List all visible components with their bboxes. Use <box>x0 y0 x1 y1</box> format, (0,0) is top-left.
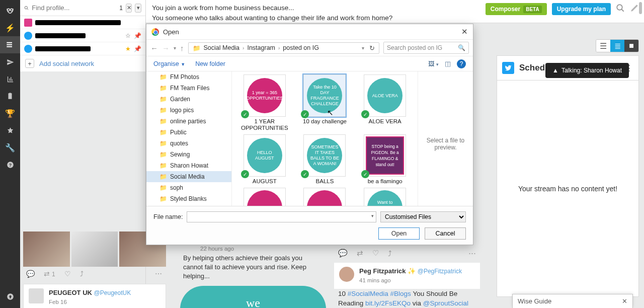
post-image[interactable]: we <box>180 286 326 308</box>
tree-item[interactable]: 📁soph <box>146 182 231 193</box>
kebab-icon[interactable]: ⋯ <box>155 270 162 278</box>
new-folder-button[interactable]: New folder <box>195 60 225 67</box>
star-icon[interactable]: ★ <box>125 45 131 52</box>
share-icon[interactable]: ⤴ <box>388 249 392 258</box>
tree-item[interactable]: 📁logo pics <box>146 105 231 116</box>
tree-item[interactable]: 📁Tarot <box>146 204 231 206</box>
preview-pane-icon[interactable]: ◫ <box>445 60 451 67</box>
file-item[interactable]: ALOE VERA✓ALOE VERA <box>355 74 415 131</box>
file-item[interactable]: SOMETIMES IT TAKES BALLS TO BE A WOMAN!✓… <box>295 134 355 185</box>
streams-icon[interactable] <box>0 36 20 53</box>
tweet[interactable]: PEUGEOT UK @PeugeotUK Feb 16 <box>23 284 166 308</box>
profile-row[interactable] <box>20 16 145 29</box>
close-icon[interactable]: ✕ <box>461 27 468 36</box>
star-icon[interactable]: ☆ <box>125 32 131 39</box>
profile-row[interactable]: ★ 📌 <box>20 42 145 55</box>
pen-icon[interactable] <box>630 4 639 15</box>
apps-icon[interactable] <box>0 122 20 139</box>
reply-icon[interactable]: 💬 <box>338 249 348 258</box>
like-icon[interactable]: ♡ <box>64 270 71 278</box>
view-compact-icon[interactable]: ≣ <box>610 40 624 52</box>
search-icon[interactable] <box>616 4 625 15</box>
filename-input[interactable] <box>187 211 376 222</box>
reply-icon[interactable]: 💬 <box>26 270 35 278</box>
filetype-select[interactable]: Customised Files <box>380 211 466 222</box>
contests-icon[interactable]: 🏆 <box>0 105 20 122</box>
like-icon[interactable]: ♡ <box>372 249 379 258</box>
zap-icon[interactable]: ⚡ <box>0 19 20 36</box>
tree-item[interactable]: 📁online parties <box>146 116 231 127</box>
view-list-icon[interactable]: ☰ <box>596 40 610 52</box>
chevron-down-icon[interactable]: ▾ <box>362 45 364 51</box>
dialog-help-icon[interactable]: ? <box>457 59 466 68</box>
back-icon[interactable]: ← <box>150 44 158 52</box>
breadcrumb[interactable]: 📁 Social Media › Instagram › posted on I… <box>188 42 380 54</box>
scrollbar[interactable] <box>639 2 642 14</box>
add-social-network[interactable]: + Add social network <box>20 55 145 71</box>
view-dark-icon[interactable]: ■ <box>624 40 638 52</box>
post-images[interactable] <box>23 232 166 267</box>
folder-icon: 📁 <box>159 162 167 169</box>
chevron-down-icon[interactable]: ▾ <box>371 213 374 218</box>
tree-item[interactable]: 📁Styled Blanks <box>146 193 231 204</box>
refresh-icon[interactable]: ↻ <box>369 44 375 52</box>
publisher-icon[interactable] <box>0 53 20 70</box>
hashtag[interactable]: #SocialMedia <box>348 290 388 297</box>
dialog-search[interactable]: Search posted on IG 🔍 <box>383 42 469 54</box>
chevron-down-icon[interactable]: ▾ <box>135 4 141 13</box>
tree-item[interactable]: 📁Social Media <box>146 171 231 182</box>
talking-notification[interactable]: ▲ Talking: Sharon Howat <box>545 63 629 78</box>
organise-menu[interactable]: Organise ▼ <box>153 60 185 67</box>
kebab-icon[interactable]: ⋯ <box>468 249 476 258</box>
tree-item[interactable]: 📁FM Team Files <box>146 83 231 94</box>
close-icon[interactable]: ✕ <box>622 297 627 305</box>
file-item[interactable]: Be a Flamingo <box>235 188 294 206</box>
tree-item[interactable]: 📁Public <box>146 127 231 138</box>
file-item[interactable]: 1 year = 365 OPPORTUNITIES✓1 YEAR OPPORT… <box>235 74 294 131</box>
file-item[interactable]: Want to connect & be friends? <box>355 188 415 206</box>
tree-item[interactable]: 📁Sewing <box>146 149 231 160</box>
file-item[interactable]: Take the 10 DAY FRAGRANCE CHALLENGE✓↖10 … <box>295 74 355 131</box>
profile-search-input[interactable] <box>32 4 116 12</box>
under-content-col2: 22 hours ago By helping others achieve t… <box>180 246 326 308</box>
tree-item[interactable]: 📁Garden <box>146 94 231 105</box>
profile-row[interactable]: ☆ 📌 <box>20 29 145 42</box>
assignments-icon[interactable] <box>0 88 20 105</box>
breadcrumb-item[interactable]: Instagram <box>247 44 275 51</box>
tools-icon[interactable]: 🔧 <box>0 139 20 156</box>
share-icon[interactable]: ⤴ <box>80 270 84 278</box>
pin-icon[interactable]: 📌 <box>134 32 141 39</box>
view-icon[interactable]: 🖼 ▾ <box>428 60 439 67</box>
pin-icon[interactable]: 📌 <box>134 45 141 52</box>
composer-button[interactable]: Composer BETA <box>486 3 547 15</box>
retweet-icon[interactable]: ⇄ <box>357 249 363 258</box>
caret-up-icon: ▲ <box>552 67 558 74</box>
folder-tree[interactable]: 📁FM Photos📁FM Team Files📁Garden📁logo pic… <box>146 71 232 206</box>
tree-item[interactable]: 📁quotes <box>146 138 231 149</box>
owl-logo-icon[interactable] <box>0 2 20 19</box>
open-button[interactable]: Open <box>378 227 420 240</box>
file-item[interactable]: HELLO AUGUST✓AUGUST <box>235 134 294 185</box>
breadcrumb-item[interactable]: posted on IG <box>283 44 319 51</box>
tree-item[interactable]: 📁FM Photos <box>146 71 231 83</box>
retweet-icon[interactable]: ⇄ 1 <box>44 270 55 278</box>
clear-button[interactable]: ✕ <box>126 4 132 13</box>
mention[interactable]: @SproutSocial <box>423 299 468 307</box>
link[interactable]: bit.ly/2FsEKQo <box>365 299 411 307</box>
folder-icon: 📁 <box>159 129 167 136</box>
hashtag[interactable]: #Blogs <box>390 290 411 297</box>
chevron-down-icon[interactable]: ▾ <box>174 45 176 51</box>
tree-item[interactable]: 📁Sharon Howat <box>146 160 231 171</box>
analytics-icon[interactable] <box>0 70 20 88</box>
cancel-button[interactable]: Cancel <box>425 227 466 240</box>
tweet[interactable]: Peg Fitzpatrick ✨ @PegFitzpatrick 41 min… <box>334 263 480 289</box>
help-icon[interactable]: ? <box>0 156 20 173</box>
file-item[interactable]: STOP being a PIGEON. Be a FLAMINGO & sta… <box>355 134 415 185</box>
up-icon[interactable]: ↑ <box>180 44 184 52</box>
breadcrumb-item[interactable]: Social Media <box>204 44 240 51</box>
up-arrow-icon[interactable] <box>0 288 20 305</box>
wise-guide-bar[interactable]: Wise Guide ✕ <box>512 294 633 308</box>
upgrade-button[interactable]: Upgrade my plan <box>552 3 611 15</box>
file-item[interactable]: BE <box>295 188 355 206</box>
forward-icon[interactable]: → <box>162 44 170 52</box>
